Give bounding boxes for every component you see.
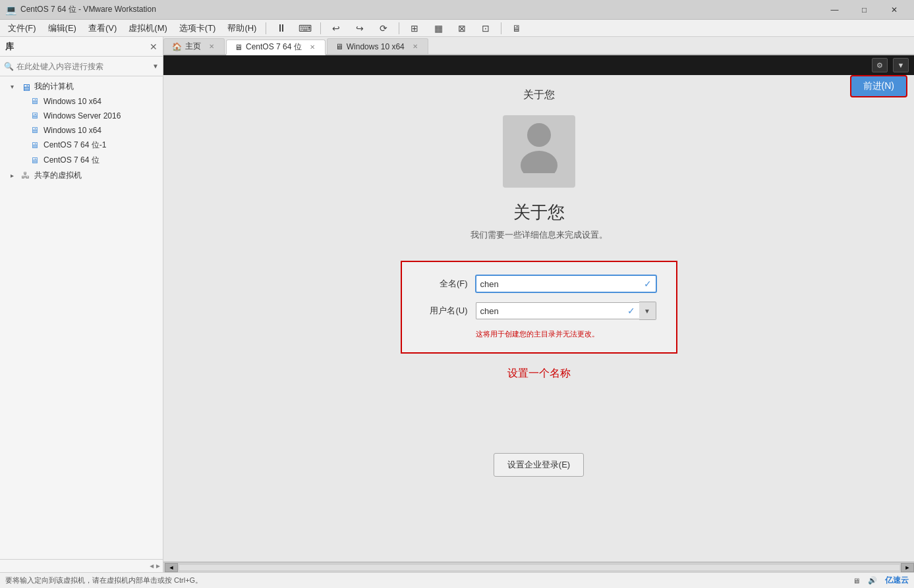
toolbar-view2[interactable]: ⊠ bbox=[451, 18, 473, 38]
tab-home-close[interactable]: ✕ bbox=[207, 42, 216, 51]
toolbar-pause[interactable]: ⏸ bbox=[270, 18, 293, 38]
sidebar-search: 🔍 ▼ bbox=[0, 57, 163, 76]
sidebar-close-button[interactable]: ✕ bbox=[150, 41, 157, 52]
audio-icon: 🔊 bbox=[868, 576, 877, 585]
title-bar-buttons: — □ ✕ bbox=[820, 0, 909, 20]
menu-tab[interactable]: 选项卡(T) bbox=[174, 21, 221, 36]
search-icon: 🔍 bbox=[4, 62, 14, 71]
enterprise-login-button[interactable]: 设置企业登录(E) bbox=[494, 453, 584, 477]
menu-separator-3 bbox=[399, 22, 399, 34]
title-bar: 💻 CentOS 7 64 位 - VMware Workstation — □… bbox=[0, 0, 914, 20]
scroll-track bbox=[179, 565, 900, 570]
fullname-input[interactable] bbox=[480, 279, 641, 289]
tab-win10-icon: 🖥 bbox=[335, 42, 343, 51]
scroll-left-btn[interactable]: ◄ bbox=[165, 563, 178, 572]
sidebar-item-winserver2016[interactable]: 🖥 Windows Server 2016 bbox=[0, 109, 163, 123]
menu-separator-2 bbox=[320, 22, 321, 34]
fullname-input-wrapper[interactable]: ✓ bbox=[476, 275, 656, 292]
sidebar-item-label: 我的计算机 bbox=[34, 81, 74, 92]
vm-icon-4: 🖥 bbox=[30, 140, 41, 151]
toolbar-send-keys[interactable]: ⌨ bbox=[294, 18, 316, 38]
page-title: 关于您 bbox=[523, 88, 555, 102]
menu-separator-4 bbox=[501, 22, 501, 34]
sidebar-item-win10x64[interactable]: 🖥 Windows 10 x64 bbox=[0, 94, 163, 109]
vm-settings-button[interactable]: ⚙ bbox=[872, 58, 888, 72]
fullname-label: 全名(F) bbox=[422, 278, 468, 290]
tab-centos-icon: 🖥 bbox=[235, 43, 243, 52]
expand-icon: ▾ bbox=[11, 83, 20, 90]
scroll-indicator: ◄► bbox=[148, 562, 161, 570]
toolbar-fullscreen[interactable]: ⊞ bbox=[403, 18, 426, 38]
sidebar-vm-label-3: Windows 10 x64 bbox=[43, 126, 101, 135]
tab-centos-close[interactable]: ✕ bbox=[308, 43, 317, 52]
network-icon: 🖥 bbox=[853, 577, 860, 585]
sidebar-item-centos64-1[interactable]: 🖥 CentOS 7 64 位-1 bbox=[0, 138, 163, 153]
sidebar-scroll-area: ◄► bbox=[0, 559, 163, 572]
menu-bar: 文件(F) 编辑(E) 查看(V) 虚拟机(M) 选项卡(T) 帮助(H) ⏸ … bbox=[0, 20, 914, 37]
svg-point-1 bbox=[521, 151, 557, 173]
window-title: CentOS 7 64 位 - VMware Workstation bbox=[20, 4, 816, 15]
menu-separator-1 bbox=[266, 22, 266, 34]
vm-content: ⚙ ▼ 前进(N) 关于您 bbox=[163, 55, 914, 572]
shared-icon: 🖧 bbox=[21, 171, 32, 181]
username-hint: 这将用于创建您的主目录并无法更改。 bbox=[422, 329, 656, 339]
menu-view[interactable]: 查看(V) bbox=[83, 21, 122, 36]
vm-icon-3: 🖥 bbox=[30, 125, 41, 136]
status-right: 🖥 🔊 亿速云 bbox=[853, 575, 909, 586]
horizontal-scrollbar[interactable]: ◄ ► bbox=[163, 562, 914, 572]
sidebar-shared-label: 共享的虚拟机 bbox=[34, 170, 82, 181]
username-input-wrapper[interactable]: ✓ bbox=[476, 302, 639, 319]
menu-edit[interactable]: 编辑(E) bbox=[43, 21, 82, 36]
status-bar: 要将输入定向到该虚拟机，请在虚拟机内部单击或按 Ctrl+G。 🖥 🔊 亿速云 bbox=[0, 572, 914, 588]
setup-name-link[interactable]: 设置一个名称 bbox=[507, 367, 571, 381]
content-wrapper: 🏠 主页 ✕ 🖥 CentOS 7 64 位 ✕ 🖥 Windows 10 x6… bbox=[163, 37, 914, 572]
svg-point-0 bbox=[527, 123, 551, 147]
username-row: 用户名(U) ✓ ▼ bbox=[422, 302, 656, 320]
scroll-right-btn[interactable]: ► bbox=[901, 563, 914, 572]
search-input[interactable] bbox=[16, 62, 152, 71]
vm-dropdown-button[interactable]: ▼ bbox=[893, 58, 909, 72]
username-label: 用户名(U) bbox=[422, 305, 468, 317]
username-input[interactable] bbox=[480, 306, 625, 316]
forward-button[interactable]: 前进(N) bbox=[850, 75, 907, 97]
sidebar-item-centos64[interactable]: 🖥 CentOS 7 64 位 bbox=[0, 153, 163, 168]
computer-icon: 🖥 bbox=[21, 82, 32, 92]
maximize-button[interactable]: □ bbox=[849, 0, 879, 20]
form-area: 全名(F) ✓ 用户名(U) ✓ bbox=[401, 261, 677, 354]
brand-logo: 亿速云 bbox=[885, 575, 909, 586]
toolbar-display[interactable]: 🖥 bbox=[505, 18, 528, 38]
menu-help[interactable]: 帮助(H) bbox=[222, 21, 262, 36]
toolbar-snapshot3[interactable]: ⟳ bbox=[372, 18, 395, 38]
tab-win10-close[interactable]: ✕ bbox=[411, 42, 420, 51]
search-dropdown-icon[interactable]: ▼ bbox=[152, 63, 159, 70]
toolbar-snapshot2[interactable]: ↪ bbox=[349, 18, 371, 38]
sidebar-item-mycomputer[interactable]: ▾ 🖥 我的计算机 bbox=[0, 79, 163, 94]
expand-icon-shared: ▸ bbox=[11, 172, 20, 179]
tab-centos[interactable]: 🖥 CentOS 7 64 位 ✕ bbox=[226, 40, 326, 55]
toolbar-view3[interactable]: ⊡ bbox=[474, 18, 497, 38]
minimize-button[interactable]: — bbox=[820, 0, 849, 20]
sidebar-vm-label-1: Windows 10 x64 bbox=[43, 97, 101, 106]
sidebar-vm-label-5: CentOS 7 64 位 bbox=[43, 155, 100, 166]
tab-home[interactable]: 🏠 主页 ✕ bbox=[163, 38, 225, 54]
sidebar-vm-label-2: Windows Server 2016 bbox=[43, 111, 121, 120]
sidebar-item-shared[interactable]: ▸ 🖧 共享的虚拟机 bbox=[0, 168, 163, 183]
sidebar-item-win10x64-2[interactable]: 🖥 Windows 10 x64 bbox=[0, 123, 163, 138]
app-icon: 💻 bbox=[5, 5, 16, 15]
username-dropdown-wrapper: ✓ ▼ bbox=[476, 302, 656, 320]
menu-vm[interactable]: 虚拟机(M) bbox=[123, 21, 173, 36]
toolbar-snapshot[interactable]: ↩ bbox=[325, 18, 347, 38]
main-area: 库 ✕ 🔍 ▼ ▾ 🖥 我的计算机 🖥 Windows 10 x64 bbox=[0, 37, 914, 572]
sidebar-vm-label-4: CentOS 7 64 位-1 bbox=[43, 140, 106, 151]
close-button[interactable]: ✕ bbox=[879, 0, 909, 20]
sidebar-title: 库 bbox=[5, 41, 14, 53]
sidebar: 库 ✕ 🔍 ▼ ▾ 🖥 我的计算机 🖥 Windows 10 x64 bbox=[0, 37, 163, 572]
username-check-icon: ✓ bbox=[627, 306, 635, 316]
tab-home-label: 主页 bbox=[185, 41, 201, 52]
toolbar-view1[interactable]: ▦ bbox=[427, 18, 449, 38]
username-dropdown-button[interactable]: ▼ bbox=[639, 302, 656, 320]
tab-windows10[interactable]: 🖥 Windows 10 x64 ✕ bbox=[327, 38, 428, 54]
menu-file[interactable]: 文件(F) bbox=[3, 21, 42, 36]
tab-win10-label: Windows 10 x64 bbox=[347, 42, 405, 51]
vm-icon-1: 🖥 bbox=[30, 96, 41, 107]
